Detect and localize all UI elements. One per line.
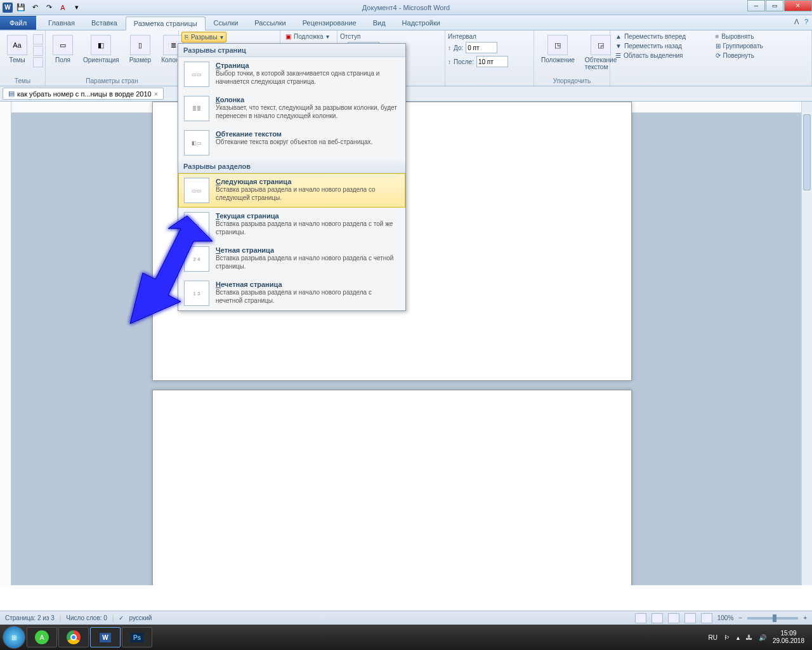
tab-file[interactable]: Файл (0, 16, 36, 30)
bring-forward-button[interactable]: ▲Переместить вперед (613, 32, 709, 41)
tab-view[interactable]: Вид (365, 16, 394, 30)
watermark-button[interactable]: ▣ Подложка ▾ (283, 32, 332, 41)
document-area (0, 102, 812, 585)
vertical-scrollbar[interactable] (801, 102, 812, 585)
tab-references[interactable]: Ссылки (206, 16, 247, 30)
view-draft-button[interactable] (701, 613, 712, 623)
rotate-icon: ⟳ (716, 52, 721, 59)
item-desc: Вставка разрыва раздела и начало нового … (216, 185, 400, 202)
indent-label: Отступ (340, 33, 360, 40)
zoom-level[interactable]: 100% (717, 614, 734, 621)
break-textwrap-item[interactable]: ◧▭ Обтекание текстом Обтекание текста во… (178, 126, 405, 160)
item-title: Обтекание текстом (216, 130, 372, 138)
close-button[interactable]: ✕ (784, 0, 812, 11)
margins-button[interactable]: ▭Поля (48, 32, 77, 67)
taskbar-word[interactable]: W (90, 627, 121, 647)
selection-pane-button[interactable]: ☰Область выделения (613, 51, 709, 60)
theme-colors-icon[interactable] (33, 34, 43, 44)
zoom-slider[interactable] (747, 617, 798, 620)
rotate-button[interactable]: ⟳Повернуть (713, 51, 809, 60)
zoom-out-button[interactable]: − (738, 614, 742, 621)
align-button[interactable]: ≡Выровнять (713, 32, 809, 41)
item-desc: Вставка разрыва раздела и начало нового … (216, 220, 400, 236)
break-page-item[interactable]: ▭▭ Страница Выбор точки, в которой закан… (178, 57, 405, 91)
tab-page-layout[interactable]: Разметка страницы (126, 17, 206, 30)
qat-more-icon[interactable]: ▾ (71, 2, 82, 13)
orientation-icon: ◧ (91, 35, 111, 55)
spacing-label: Интервал (448, 33, 476, 40)
status-words[interactable]: Число слов: 0 (66, 614, 107, 621)
taskbar-photoshop[interactable]: Ps (122, 627, 152, 647)
vertical-ruler[interactable] (0, 102, 11, 585)
space-after-input[interactable] (476, 56, 508, 67)
redo-icon[interactable]: ↷ (43, 2, 55, 13)
svg-marker-1 (130, 216, 213, 324)
help-icon[interactable]: ? (804, 18, 808, 26)
view-fullscreen-button[interactable] (652, 613, 663, 623)
document-tabs: ▤ как убрать номер с п...ницы в ворде 20… (0, 86, 812, 102)
doc-tab-label: как убрать номер с п...ницы в ворде 2010 (17, 90, 152, 98)
view-web-button[interactable] (668, 613, 679, 623)
watermark-icon: ▣ (285, 33, 291, 40)
scrollbar-thumb[interactable] (803, 114, 811, 190)
font-color-icon[interactable]: A (57, 2, 69, 13)
tab-mailings[interactable]: Рассылки (246, 16, 294, 30)
break-column-item[interactable]: ≣≣ Колонка Указывает, что текст, следующ… (178, 91, 405, 126)
maximize-button[interactable]: ▭ (766, 0, 783, 11)
space-before-input[interactable] (466, 42, 497, 53)
tray-volume-icon[interactable]: 🔊 (759, 634, 766, 641)
item-title: Колонка (216, 96, 400, 103)
chevron-down-icon: ▾ (220, 34, 223, 41)
spell-check-icon[interactable]: ✓ (119, 614, 124, 621)
theme-effects-icon[interactable] (33, 57, 43, 67)
group-themes-label: Темы (3, 76, 43, 86)
taskbar-app[interactable]: A (27, 627, 57, 647)
size-button[interactable]: ▯Размер (125, 32, 155, 67)
ribbon: Aa Темы Темы ▭Поля ◧Ориентация ▯Размер ≣… (0, 30, 812, 86)
status-page[interactable]: Страница: 2 из 3 (5, 614, 55, 621)
zoom-in-button[interactable]: + (803, 614, 807, 621)
save-icon[interactable]: 💾 (15, 2, 27, 13)
minimize-button[interactable]: ─ (747, 0, 765, 11)
tab-insert[interactable]: Вставка (83, 16, 126, 30)
themes-button[interactable]: Aa Темы (3, 32, 32, 67)
tray-chevron-icon[interactable]: ▴ (737, 634, 740, 641)
document-page[interactable] (152, 390, 632, 585)
send-backward-button[interactable]: ▼Переместить назад (613, 41, 709, 51)
ribbon-minimize-icon[interactable]: ⴷ (794, 18, 799, 26)
item-title: Четная страница (216, 246, 400, 254)
wrap-icon: ◲ (591, 35, 611, 55)
taskbar-chrome[interactable] (58, 627, 89, 647)
tray-network-icon[interactable]: 🖧 (746, 634, 752, 641)
item-desc: Вставка разрыва раздела и начало нового … (216, 254, 400, 270)
space-before-icon: ↕ (448, 44, 451, 51)
position-icon: ◳ (547, 35, 568, 55)
tab-review[interactable]: Рецензирование (294, 16, 365, 30)
dropdown-section-header: Разрывы разделов (178, 160, 405, 173)
undo-icon[interactable]: ↶ (29, 2, 41, 13)
space-after-icon: ↕ (448, 58, 451, 65)
position-button[interactable]: ◳Положение (537, 32, 579, 67)
view-print-layout-button[interactable] (635, 613, 646, 623)
selection-icon: ☰ (615, 52, 621, 59)
tab-addins[interactable]: Надстройки (394, 16, 449, 30)
dropdown-section-header: Разрывы страниц (178, 44, 405, 57)
start-button[interactable]: ⊞ (3, 626, 25, 649)
tray-action-icon[interactable]: 🏳 (724, 634, 730, 641)
orientation-button[interactable]: ◧Ориентация (79, 32, 124, 67)
theme-fonts-icon[interactable] (33, 46, 43, 56)
tray-lang[interactable]: RU (708, 634, 717, 641)
document-tab[interactable]: ▤ как убрать номер с п...ницы в ворде 20… (3, 88, 164, 100)
section-next-page-item[interactable]: ▭▭ Следующая страница Вставка разрыва ра… (178, 173, 405, 208)
status-bar: Страница: 2 из 3 | Число слов: 0 | ✓ рус… (0, 611, 812, 625)
tray-clock[interactable]: 15:09 29.06.2018 (773, 630, 804, 645)
tab-home[interactable]: Главная (40, 16, 83, 30)
break-wrap-icon: ◧▭ (184, 130, 209, 156)
group-button[interactable]: ⊞Группировать (713, 41, 809, 51)
breaks-button[interactable]: ⎘ Разрывы ▾ (181, 32, 226, 43)
status-language[interactable]: русский (129, 614, 152, 621)
doc-tab-close-icon[interactable]: × (154, 90, 158, 98)
view-outline-button[interactable] (684, 613, 696, 623)
annotation-arrow (108, 209, 216, 330)
section-next-icon: ▭▭ (184, 178, 209, 203)
